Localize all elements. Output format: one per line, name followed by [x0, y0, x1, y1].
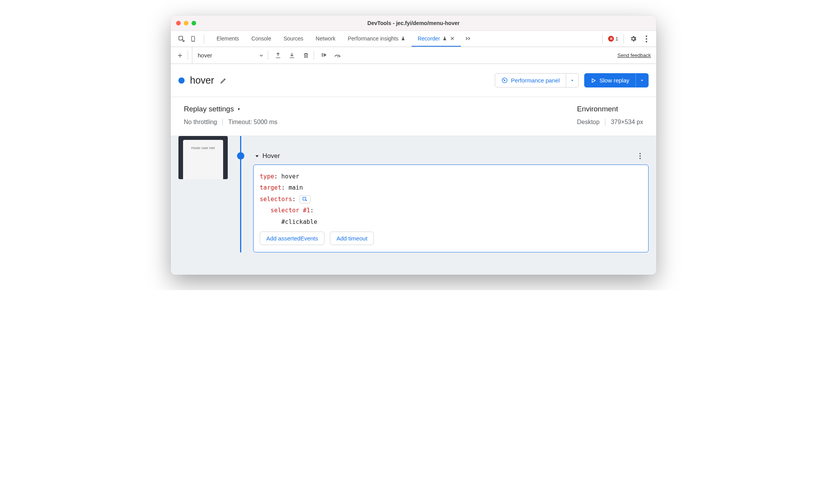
minimize-window-icon[interactable]	[184, 21, 188, 25]
traffic-lights	[176, 21, 196, 25]
settings-row: Replay settings No throttling Timeout: 5…	[171, 97, 656, 136]
zoom-window-icon[interactable]	[192, 21, 196, 25]
environment-heading: Environment	[577, 105, 643, 113]
svg-point-13	[639, 158, 641, 159]
import-icon[interactable]	[288, 52, 296, 59]
separator	[222, 119, 223, 126]
send-feedback-link[interactable]: Send feedback	[617, 52, 651, 58]
performance-dropdown-icon[interactable]	[566, 74, 578, 87]
flask-icon	[442, 36, 447, 41]
replay-dropdown-icon[interactable]	[635, 74, 648, 87]
performance-panel-button[interactable]: Performance panel	[495, 73, 579, 87]
titlebar: DevTools - jec.fyi/demo/menu-hover	[171, 15, 656, 31]
device-value: Desktop	[577, 119, 600, 126]
svg-point-11	[639, 153, 641, 155]
svg-point-3	[645, 35, 647, 37]
chevron-down-icon	[259, 53, 264, 58]
step-play-icon[interactable]	[320, 52, 328, 59]
separator	[314, 51, 314, 60]
prop-selectors[interactable]: selectors:	[260, 194, 642, 205]
element-picker-icon[interactable]	[299, 195, 311, 203]
kebab-menu-icon[interactable]	[642, 35, 650, 43]
error-badge[interactable]: ✕ 1	[608, 36, 618, 42]
step-details: type: hover target: main selectors: sele…	[253, 165, 649, 252]
flask-icon	[401, 36, 405, 41]
selector-value[interactable]: #clickable	[260, 217, 642, 228]
separator	[624, 34, 624, 44]
throttling-value: No throttling	[184, 119, 217, 126]
tab-network[interactable]: Network	[309, 31, 341, 47]
svg-point-4	[645, 38, 647, 40]
slow-replay-button[interactable]: Slow replay	[584, 73, 649, 87]
prop-target[interactable]: target: main	[260, 182, 642, 193]
triangle-down-icon	[255, 154, 259, 158]
steps-area: Hover over me! Hover	[171, 136, 656, 275]
chevron-right-icon	[237, 106, 241, 112]
separator	[204, 34, 204, 44]
play-icon	[591, 78, 596, 83]
error-icon: ✕	[608, 36, 614, 42]
recorder-toolbar: ＋ hover	[171, 47, 656, 64]
svg-point-12	[639, 155, 641, 157]
close-window-icon[interactable]	[176, 21, 181, 25]
svg-rect-14	[303, 197, 306, 200]
more-tabs-icon[interactable]	[461, 31, 475, 47]
prop-selector-1[interactable]: selector #1:	[260, 205, 642, 216]
tabbar: Elements Console Sources Network Perform…	[171, 31, 656, 47]
separator	[188, 51, 188, 60]
viewport-value: 379×534 px	[611, 119, 643, 126]
recording-select[interactable]: hover	[192, 47, 264, 64]
svg-point-10	[504, 80, 505, 81]
recording-header: hover Performance panel	[171, 64, 656, 97]
step-kebab-icon[interactable]	[636, 152, 644, 160]
timeline	[235, 136, 246, 252]
recording-name: hover	[190, 75, 214, 86]
separator	[602, 34, 603, 44]
recording-status-icon	[178, 77, 185, 84]
svg-point-5	[645, 41, 647, 42]
separator	[268, 51, 268, 60]
replay-settings-toggle[interactable]: Replay settings	[184, 105, 277, 113]
delete-icon[interactable]	[302, 52, 310, 59]
separator	[605, 119, 605, 126]
devtools-window: DevTools - jec.fyi/demo/menu-hover Eleme…	[171, 15, 656, 275]
tab-performance-insights[interactable]: Performance insights	[341, 31, 412, 47]
inspect-element-icon[interactable]	[178, 35, 185, 43]
prop-type[interactable]: type: hover	[260, 171, 642, 182]
export-icon[interactable]	[274, 52, 282, 59]
edit-name-icon[interactable]	[220, 77, 227, 84]
add-asserted-events-button[interactable]: Add assertedEvents	[260, 232, 324, 245]
tab-console[interactable]: Console	[245, 31, 277, 47]
add-timeout-button[interactable]: Add timeout	[330, 232, 374, 245]
settings-icon[interactable]	[629, 35, 637, 43]
tab-elements[interactable]: Elements	[210, 31, 245, 47]
tab-recorder[interactable]: Recorder ✕	[412, 31, 461, 47]
step-over-icon[interactable]	[334, 52, 342, 59]
close-tab-icon[interactable]: ✕	[450, 35, 455, 42]
step-toggle[interactable]: Hover	[255, 152, 280, 160]
svg-point-8	[337, 56, 338, 57]
thumbnail-caption: Hover over me!	[183, 140, 223, 179]
tab-sources[interactable]: Sources	[277, 31, 309, 47]
timeout-value: Timeout: 5000 ms	[228, 119, 277, 126]
new-recording-icon[interactable]: ＋	[176, 52, 184, 59]
device-toolbar-icon[interactable]	[189, 35, 197, 43]
gauge-icon	[501, 77, 508, 84]
window-title: DevTools - jec.fyi/demo/menu-hover	[171, 20, 656, 26]
step-thumbnail[interactable]: Hover over me!	[178, 136, 228, 179]
timeline-step-marker	[237, 152, 244, 160]
